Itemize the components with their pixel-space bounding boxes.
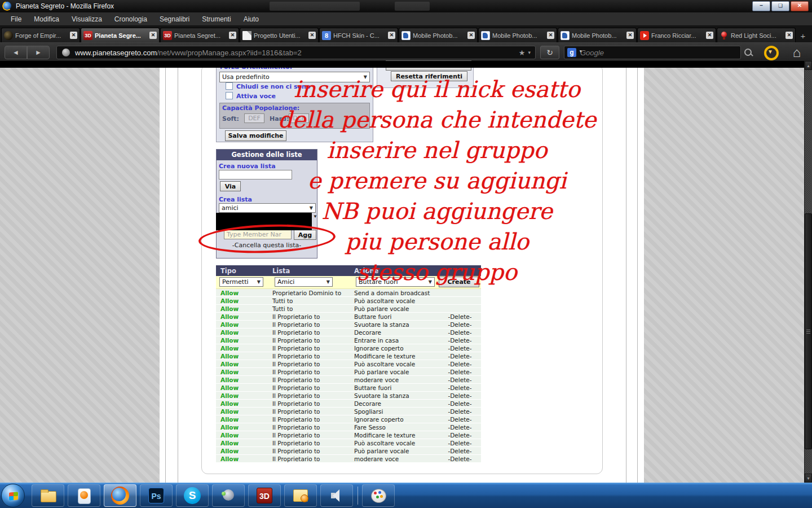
taskbar-firefox-button[interactable] (104, 484, 136, 507)
via-button[interactable]: Via (220, 181, 241, 191)
permission-list: Il Proprietario to (270, 376, 351, 383)
taskbar-outlook-button[interactable] (284, 484, 317, 507)
start-button[interactable] (1, 484, 25, 507)
browser-tab[interactable]: Mobile Photob... (558, 28, 637, 42)
delete-permission-link[interactable]: -Delete- (439, 424, 481, 431)
tab-close-icon[interactable] (388, 32, 395, 39)
permission-row: Allow Il Proprietario to Può ascoltare v… (216, 360, 481, 368)
browser-tab[interactable]: HFCH Skin - C... (319, 28, 398, 42)
search-box[interactable]: ▾ Google (564, 46, 741, 59)
taskbar-explorer-button[interactable] (32, 484, 64, 507)
browser-tab[interactable]: Franco Ricciar... (637, 28, 716, 42)
delete-permission-link[interactable]: -Delete- (439, 400, 481, 407)
permission-list: Il Proprietario to (270, 337, 351, 344)
permission-action: Modificare le texture (351, 432, 439, 439)
tab-close-icon[interactable] (626, 32, 634, 39)
browser-tab[interactable]: Pianeta Segret... (160, 28, 239, 42)
taskbar-volume-app-button[interactable] (320, 484, 353, 507)
menu-item[interactable]: File (5, 14, 28, 25)
minimize-button[interactable] (752, 1, 770, 11)
create-permission-button[interactable]: Create (439, 277, 479, 287)
browser-tab[interactable]: Forge of Empir... (1, 28, 80, 42)
new-list-input[interactable] (219, 170, 292, 179)
hard-input[interactable]: DEF (289, 113, 309, 123)
scroll-up-icon[interactable] (805, 61, 812, 70)
home-button[interactable] (787, 45, 806, 60)
tab-close-icon[interactable] (70, 32, 77, 39)
delete-permission-link[interactable]: -Delete- (439, 376, 481, 383)
browser-tab[interactable]: Mobile Photob... (478, 28, 557, 42)
menu-item[interactable]: Cronologia (108, 14, 153, 25)
delete-permission-link[interactable]: -Delete- (439, 329, 481, 336)
taskbar-paint-button[interactable] (362, 484, 395, 507)
taskbar-photoshop-button[interactable] (140, 484, 173, 507)
downloads-button[interactable] (762, 45, 780, 60)
scrollbar-thumb[interactable] (805, 213, 812, 449)
close-button[interactable] (791, 1, 809, 11)
delete-permission-link[interactable]: -Delete- (439, 369, 481, 375)
tab-close-icon[interactable] (229, 32, 236, 39)
taskbar-skype-button[interactable] (176, 484, 209, 507)
tab-close-icon[interactable] (308, 32, 316, 39)
delete-permission-link[interactable]: -Delete- (439, 448, 481, 454)
taskbar-media-player-button[interactable] (68, 484, 100, 507)
permission-row: Allow Il Proprietario to Decorare -Delet… (216, 400, 481, 408)
delete-permission-link[interactable]: -Delete- (439, 337, 481, 344)
browser-tab[interactable]: Pianeta Segre... (81, 28, 160, 42)
delete-permission-link[interactable]: -Delete- (439, 416, 481, 423)
address-bar[interactable]: www.pianetasegreto.com/net/vww/propManag… (56, 46, 536, 59)
delete-permission-link[interactable]: -Delete- (439, 456, 481, 462)
delete-permission-link[interactable]: -Delete- (439, 408, 481, 415)
permission-list: Il Proprietario to (270, 321, 351, 328)
delete-permission-link[interactable]: -Delete- (439, 321, 481, 328)
filter-lista-select[interactable]: Amici (275, 277, 333, 287)
save-changes-button[interactable]: Salva modifiche (225, 130, 286, 141)
enable-voice-checkbox[interactable] (226, 92, 233, 99)
delete-permission-link[interactable]: -Delete- (439, 353, 481, 360)
permission-action: Spogliarsi (351, 408, 439, 415)
permission-action: Send a domain broadcast (351, 290, 439, 296)
page-background (0, 61, 160, 483)
filter-azione-select[interactable]: Buttare fuori (356, 277, 435, 287)
taskbar-3d-client-button[interactable] (248, 484, 281, 507)
search-magnifier-icon[interactable] (743, 47, 753, 58)
menu-item[interactable]: Modifica (28, 14, 65, 25)
browser-tab[interactable]: Red Light Soci... (717, 28, 796, 42)
delete-permission-link[interactable]: -Delete- (439, 361, 481, 367)
delete-permission-link[interactable]: -Delete- (439, 392, 481, 399)
filter-tipo-select[interactable]: Permetti (219, 277, 263, 287)
delete-permission-link[interactable]: -Delete- (439, 384, 481, 391)
close-if-absent-checkbox[interactable] (226, 82, 233, 90)
vertical-scrollbar[interactable] (804, 61, 812, 483)
menu-item[interactable]: Segnalibri (153, 14, 196, 25)
menu-item[interactable]: Visualizza (65, 14, 108, 25)
tab-close-icon[interactable] (547, 32, 554, 39)
back-button[interactable] (5, 46, 27, 59)
bookmark-star-icon[interactable] (519, 49, 526, 57)
menu-item[interactable]: Strumenti (196, 14, 237, 25)
search-engine-google-icon[interactable]: ▾ (567, 48, 576, 57)
scroll-down-icon[interactable] (805, 474, 812, 483)
soft-input[interactable]: DEF (244, 113, 264, 123)
tab-close-icon[interactable] (706, 32, 713, 39)
reset-references-button[interactable]: Resetta riferimenti (391, 71, 467, 81)
site-identity-globe-icon[interactable] (62, 49, 70, 56)
browser-tab[interactable]: Progetto Utenti... (240, 28, 319, 42)
delete-permission-link[interactable]: -Delete- (439, 440, 481, 446)
restore-button[interactable] (771, 1, 789, 11)
tab-close-icon[interactable] (149, 32, 157, 39)
taskbar-teamspeak-button[interactable] (212, 484, 245, 507)
url-dropdown-icon[interactable] (528, 50, 531, 55)
menu-item[interactable]: Aiuto (237, 14, 265, 25)
browser-tab[interactable]: Mobile Photob... (399, 28, 478, 42)
delete-permission-link[interactable]: -Delete- (439, 345, 481, 352)
tab-close-icon[interactable] (785, 32, 793, 39)
delete-permission-link[interactable]: -Delete- (439, 313, 481, 320)
tab-close-icon[interactable] (467, 32, 475, 39)
reload-button[interactable] (540, 46, 559, 59)
delete-permission-link[interactable]: -Delete- (439, 432, 481, 439)
new-tab-button[interactable] (796, 30, 810, 42)
forward-button[interactable] (27, 46, 50, 59)
list-select[interactable]: amici (219, 203, 316, 213)
orientation-select[interactable]: Usa predefinito (219, 72, 370, 82)
